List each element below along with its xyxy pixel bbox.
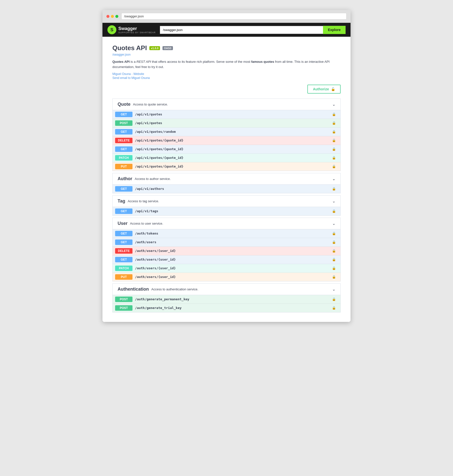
section-desc-author: Access to author service. [135,177,171,181]
endpoint-lock-quote-1: 🔒 [332,121,338,125]
endpoint-lock-user-2: 🔒 [332,249,338,253]
method-badge-quote-4: GET [115,146,132,152]
method-badge-authentication-0: POST [115,297,132,302]
endpoint-user-3[interactable]: GET /auth/users/{user_id} 🔒 [113,255,340,264]
endpoint-user-0[interactable]: GET /auth/tokens 🔒 [113,229,340,238]
endpoint-quote-5[interactable]: PATCH /api/v1/quotes/{quote_id} 🔒 [113,154,340,162]
authorize-button[interactable]: Authorize 🔓 [307,85,341,94]
endpoint-path-quote-3: /api/v1/quotes/{quote_id} [135,138,184,142]
section-title-quote: Quote [118,102,130,107]
chevron-icon-author: ⌄ [332,176,335,181]
oas-badge: OAS3 [162,46,173,50]
section-header-authentication[interactable]: Authentication Access to authentication … [112,283,341,295]
section-quote: Quote Access to quote service. ⌄ GET /ap… [112,99,341,171]
api-desc-middle: that offers access to its feature rich p… [151,60,251,64]
endpoint-quote-6[interactable]: PUT /api/v1/quotes/{quote_id} 🔒 [113,162,340,171]
endpoint-left-user-1: GET /auth/users [115,239,332,245]
endpoint-path-quote-6: /api/v1/quotes/{quote_id} [135,165,184,168]
browser-dots [106,15,118,18]
endpoint-quote-1[interactable]: POST /api/v1/quotes 🔒 [113,119,340,128]
endpoint-tag-0[interactable]: GET /api/v1/tags 🔒 [113,207,340,215]
method-badge-user-4: PATCH [115,266,132,271]
endpoint-quote-3[interactable]: DELETE /api/v1/quotes/{quote_id} 🔒 [113,136,340,145]
api-title-row: Quotes API v1.0.0 OAS3 [112,44,341,52]
endpoint-list-tag: GET /api/v1/tags 🔒 [112,207,341,216]
section-header-user[interactable]: User Access to user service. ⌄ [112,218,341,229]
authorize-row: Authorize 🔓 [112,85,341,94]
endpoint-path-quote-0: /api/v1/quotes [135,112,162,116]
endpoint-left-user-4: PATCH /auth/users/{user_id} [115,266,332,271]
endpoint-left-user-0: GET /auth/tokens [115,231,332,236]
section-header-left-author: Author Access to author service. [118,176,171,181]
section-desc-quote: Access to quote service. [133,102,168,106]
browser-address-bar[interactable]: /swagger.json [121,13,347,20]
endpoint-authentication-1[interactable]: POST /auth/generate_trial_key 🔒 [113,304,340,312]
section-authentication: Authentication Access to authentication … [112,283,341,312]
authorize-label: Authorize [313,87,329,91]
endpoint-lock-quote-2: 🔒 [332,130,338,134]
endpoint-list-user: GET /auth/tokens 🔒 GET /auth/users 🔒 DEL… [112,229,341,281]
endpoint-quote-4[interactable]: GET /api/v1/quotes/{quote_id} 🔒 [113,145,340,154]
endpoint-path-user-3: /auth/users/{user_id} [135,258,176,261]
section-header-left-quote: Quote Access to quote service. [118,102,168,107]
browser-chrome: /swagger.json [102,10,351,23]
endpoint-lock-quote-5: 🔒 [332,156,338,160]
endpoint-lock-authentication-0: 🔒 [332,297,338,301]
endpoint-author-0[interactable]: GET /api/v1/authors 🔒 [113,185,340,193]
swagger-url-bar: Explore [160,26,346,34]
endpoint-left-tag-0: GET /api/v1/tags [115,208,332,214]
method-badge-user-2: DELETE [115,248,132,254]
method-badge-quote-3: DELETE [115,138,132,143]
browser-window: /swagger.json S Swagger Supported by SMA… [102,10,351,322]
chevron-icon-quote: ⌄ [332,102,335,107]
method-badge-quote-1: POST [115,120,132,126]
endpoint-lock-user-3: 🔒 [332,258,338,261]
chevron-icon-authentication: ⌄ [332,287,335,292]
email-link[interactable]: Send email to Miguel Osuna [112,76,341,80]
endpoint-list-authentication: POST /auth/generate_permanent_key 🔒 POST… [112,295,341,312]
endpoint-lock-author-0: 🔒 [332,187,338,191]
method-badge-author-0: GET [115,186,132,192]
spec-link[interactable]: /swagger.json [112,53,341,56]
api-desc-bold: famous quotes [251,60,274,64]
section-header-tag[interactable]: Tag Access to tag service. ⌄ [112,195,341,207]
endpoint-user-1[interactable]: GET /auth/users 🔒 [113,238,340,247]
endpoint-lock-quote-3: 🔒 [332,138,338,142]
endpoint-user-4[interactable]: PATCH /auth/users/{user_id} 🔒 [113,264,340,273]
endpoint-authentication-0[interactable]: POST /auth/generate_permanent_key 🔒 [113,295,340,304]
section-author: Author Access to author service. ⌄ GET /… [112,173,341,193]
section-desc-authentication: Access to authentication service. [151,287,198,291]
endpoint-left-author-0: GET /api/v1/authors [115,186,332,192]
endpoint-lock-user-1: 🔒 [332,240,338,244]
endpoint-lock-quote-0: 🔒 [332,112,338,116]
endpoint-quote-0[interactable]: GET /api/v1/quotes 🔒 [113,110,340,119]
swagger-url-input[interactable] [160,26,323,34]
endpoint-left-user-5: PUT /auth/users/{user_id} [115,274,332,280]
swagger-topbar: S Swagger Supported by SMARTBEAR Explore [102,23,351,37]
section-title-user: User [118,221,128,226]
api-desc-is-text: is a [130,60,136,64]
section-header-left-tag: Tag Access to tag service. [118,199,159,204]
main-content: Quotes API v1.0.0 OAS3 /swagger.json Quo… [102,37,351,322]
endpoint-path-user-2: /auth/users/{user_id} [135,249,176,253]
section-title-tag: Tag [118,199,125,204]
endpoint-user-2[interactable]: DELETE /auth/users/{user_id} 🔒 [113,247,340,255]
endpoint-left-quote-5: PATCH /api/v1/quotes/{quote_id} [115,155,332,161]
contact-links: Miguel Osuna - Website Send email to Mig… [112,72,341,80]
endpoint-path-user-0: /auth/tokens [135,232,158,235]
swagger-s-letter: S [110,27,113,33]
chevron-icon-user: ⌄ [332,221,335,226]
endpoint-left-quote-4: GET /api/v1/quotes/{quote_id} [115,146,332,152]
endpoint-quote-2[interactable]: GET /api/v1/quotes/random 🔒 [113,128,340,136]
version-badge: v1.0.0 [149,46,160,50]
explore-button[interactable]: Explore [323,26,346,34]
section-header-author[interactable]: Author Access to author service. ⌄ [112,173,341,185]
dot-green [115,15,118,18]
section-header-quote[interactable]: Quote Access to quote service. ⌄ [112,99,341,110]
swagger-logo-sub: Supported by SMARTBEAR [118,31,156,34]
endpoint-user-5[interactable]: PUT /auth/users/{user_id} 🔒 [113,273,340,281]
website-link[interactable]: Miguel Osuna - Website [112,72,341,76]
endpoint-path-quote-1: /api/v1/quotes [135,121,162,125]
swagger-logo-name-block: Swagger Supported by SMARTBEAR [118,26,156,34]
endpoint-path-author-0: /api/v1/authors [135,187,164,191]
